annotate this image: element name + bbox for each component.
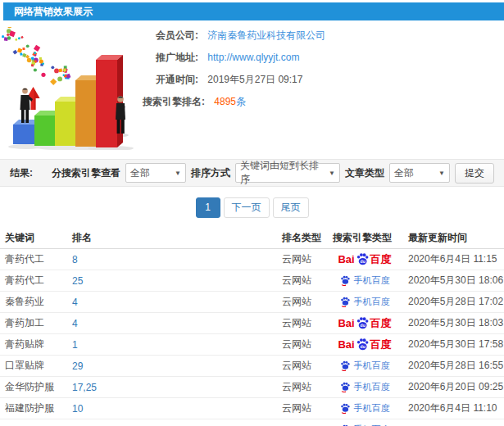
cell-updated: 2020年5月30日 17:58 bbox=[408, 338, 504, 351]
mobile-baidu-paw-icon bbox=[340, 297, 351, 307]
cell-rank[interactable]: 8 bbox=[72, 254, 282, 265]
cell-rank-type: 云网站 bbox=[282, 338, 333, 351]
baidu-bai-text: Bai bbox=[338, 339, 354, 350]
mobile-baidu-paw-icon bbox=[340, 403, 351, 414]
mobile-baidu-label: 手机百度 bbox=[354, 381, 390, 393]
mobile-baidu-label: 手机百度 bbox=[354, 274, 390, 287]
baidu-mobile-logo: 手机百度 bbox=[340, 360, 390, 372]
cell-engine: 手机百度 bbox=[333, 381, 408, 393]
bar-chart-illustration bbox=[2, 27, 143, 150]
table-row: 膏药代工 8 云网站 Bai du 百度 2020年6月4日 11:15 bbox=[0, 249, 504, 270]
cell-updated: 2020年6月4日 11:10 bbox=[408, 401, 504, 415]
baidu-mobile-logo: 手机百度 bbox=[340, 381, 390, 393]
cell-engine: Bai du 百度 bbox=[333, 253, 408, 266]
mobile-baidu-label: 手机百度 bbox=[354, 296, 390, 308]
article-type-select-value: 全部 bbox=[394, 166, 414, 180]
baidu-paw-icon: du bbox=[356, 316, 370, 329]
baidu-du-text: du bbox=[360, 343, 365, 348]
page-title: 网络营销效果展示 bbox=[14, 5, 93, 19]
sort-filter-label: 排序方式 bbox=[191, 166, 230, 180]
engine-rank-unit: 条 bbox=[236, 96, 246, 107]
col-engine-type: 搜索引擎类型 bbox=[333, 231, 408, 245]
col-rank: 排名 bbox=[72, 231, 282, 245]
cell-rank[interactable]: 4 bbox=[72, 297, 282, 308]
col-updated: 最新更新时间 bbox=[408, 231, 504, 245]
table-row: 膏药代工 25 云网站 手机百度 2020年5月30日 18:06 bbox=[0, 270, 504, 292]
table-row: 口罩贴牌 29 云网站 手机百度 2020年5月28日 16:55 bbox=[0, 356, 504, 377]
member-company-link[interactable]: 济南秦鲁药业科技有限公司 bbox=[207, 29, 325, 41]
table-row: 膏药加工 4 云网站 Bai du 百度 2020年5月30日 18:03 bbox=[0, 313, 504, 334]
engine-rank-label: 搜索引擎排名: bbox=[143, 97, 205, 107]
chevron-down-icon: ▼ bbox=[175, 170, 181, 177]
submit-button[interactable]: 提交 bbox=[455, 163, 494, 184]
cell-engine: Bai du 百度 bbox=[333, 317, 408, 330]
engine-filter-label: 分搜索引擎查看 bbox=[52, 166, 120, 180]
table-row: 秦鲁药业 4 云网站 手机百度 2020年5月28日 17:02 bbox=[0, 292, 504, 313]
cell-rank-type: 云网站 bbox=[282, 295, 333, 309]
baidu-paw-icon: du bbox=[356, 338, 370, 351]
promo-url-row: 推广地址: http://www.qlyyjt.com bbox=[143, 52, 504, 63]
cell-keyword: 膏药代工 bbox=[5, 252, 72, 266]
cell-engine: 手机百度 bbox=[333, 402, 408, 415]
cell-rank[interactable]: 4 bbox=[72, 318, 282, 329]
cell-updated: 2020年5月30日 18:03 bbox=[408, 316, 504, 330]
filter-group: 分搜索引擎查看 全部 ▼ 排序方式 关键词由短到长排序 ▼ 文章类型 全部 ▼ … bbox=[52, 163, 494, 184]
table-row: 膏药贴牌 1 云网站 Bai du 百度 2020年5月30日 17:58 bbox=[0, 334, 504, 356]
filter-bar: 结果: 分搜索引擎查看 全部 ▼ 排序方式 关键词由短到长排序 ▼ 文章类型 全… bbox=[0, 159, 504, 187]
baidu-pc-logo: Bai du 百度 bbox=[338, 317, 391, 330]
top-section: 会员公司: 济南秦鲁药业科技有限公司 推广地址: http://www.qlyy… bbox=[0, 27, 504, 152]
cell-rank[interactable]: 1 bbox=[72, 339, 282, 351]
cell-updated: 2020年6月4日 11:15 bbox=[408, 252, 504, 266]
chevron-down-icon: ▼ bbox=[329, 170, 335, 177]
mobile-baidu-label: 手机百度 bbox=[354, 360, 390, 372]
engine-select[interactable]: 全部 ▼ bbox=[125, 163, 186, 183]
cell-rank-type: 云网站 bbox=[282, 316, 333, 330]
member-company-label: 会员公司: bbox=[143, 30, 198, 41]
engine-rank-row: 搜索引擎排名: 4895条 bbox=[143, 97, 504, 107]
cell-keyword: 金华防护服 bbox=[5, 380, 72, 394]
mobile-baidu-label: 手机百度 bbox=[354, 402, 390, 415]
cell-rank-type: 云网站 bbox=[282, 274, 333, 288]
cell-keyword: 膏药代工 bbox=[5, 274, 72, 288]
promo-url-label: 推广地址: bbox=[143, 52, 198, 63]
promo-url-link[interactable]: http://www.qlyyjt.com bbox=[207, 52, 299, 63]
baidu-pc-logo: Bai du 百度 bbox=[338, 338, 391, 351]
cell-keyword: 福建防护服 bbox=[5, 401, 72, 415]
cell-engine: 手机百度 bbox=[333, 274, 408, 287]
engine-select-value: 全部 bbox=[130, 166, 150, 180]
table-body: 膏药代工 8 云网站 Bai du 百度 2020年6月4日 11:15 膏药代… bbox=[0, 249, 504, 426]
cell-rank[interactable]: 10 bbox=[72, 403, 282, 415]
mobile-baidu-paw-icon bbox=[340, 382, 351, 392]
table-row: 手机百度 bbox=[0, 419, 504, 426]
cell-rank-type: 云网站 bbox=[282, 401, 333, 415]
results-table: 关键词 排名 排名类型 搜索引擎类型 最新更新时间 膏药代工 8 云网站 Bai… bbox=[0, 228, 504, 426]
cell-rank[interactable]: 17,25 bbox=[72, 382, 282, 393]
table-row: 福建防护服 10 云网站 手机百度 2020年6月4日 11:10 bbox=[0, 398, 504, 419]
article-type-select[interactable]: 全部 ▼ bbox=[389, 163, 450, 183]
mobile-baidu-paw-icon bbox=[340, 275, 351, 286]
col-rank-type: 排名类型 bbox=[282, 231, 333, 245]
baidu-bai-text: Bai bbox=[338, 318, 354, 329]
cell-rank[interactable]: 25 bbox=[72, 275, 282, 287]
cell-rank-type: 云网站 bbox=[282, 252, 333, 266]
baidu-du-text: du bbox=[360, 322, 365, 327]
baidu-baidu-text: 百度 bbox=[370, 339, 392, 350]
table-row: 金华防护服 17,25 云网站 手机百度 2020年6月20日 09:25 bbox=[0, 377, 504, 398]
baidu-mobile-logo: 手机百度 bbox=[340, 296, 390, 308]
cell-engine: 手机百度 bbox=[333, 360, 408, 372]
cell-updated: 2020年5月28日 17:02 bbox=[408, 295, 504, 309]
baidu-mobile-logo: 手机百度 bbox=[340, 402, 390, 415]
cell-rank-type: 云网站 bbox=[282, 359, 333, 373]
page-button-current[interactable]: 1 bbox=[196, 197, 220, 218]
mobile-baidu-paw-icon bbox=[340, 360, 351, 371]
page-button-last[interactable]: 尾页 bbox=[273, 197, 309, 218]
cell-rank-type: 云网站 bbox=[282, 380, 333, 394]
sort-select[interactable]: 关键词由短到长排序 ▼ bbox=[235, 163, 340, 183]
cell-rank[interactable]: 29 bbox=[72, 360, 282, 372]
member-info: 会员公司: 济南秦鲁药业科技有限公司 推广地址: http://www.qlyy… bbox=[143, 27, 504, 152]
pagination: 1 下一页 尾页 bbox=[0, 197, 504, 218]
page-button-next[interactable]: 下一页 bbox=[224, 197, 270, 218]
baidu-pc-logo: Bai du 百度 bbox=[338, 253, 391, 266]
cell-keyword: 膏药加工 bbox=[5, 316, 72, 330]
page-header: 网络营销效果展示 bbox=[3, 2, 504, 20]
